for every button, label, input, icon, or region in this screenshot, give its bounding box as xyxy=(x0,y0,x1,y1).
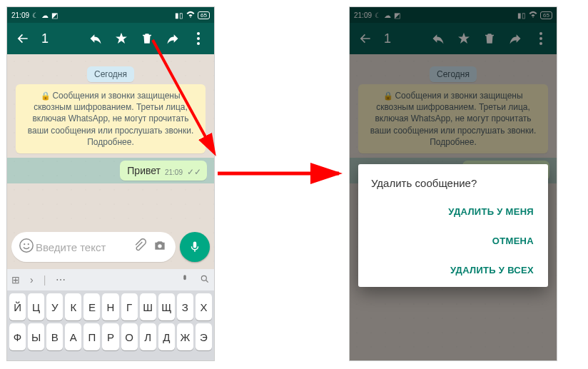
delete-button[interactable] xyxy=(134,23,160,54)
app-indicator-icon: ◩ xyxy=(51,11,58,19)
keyboard-chevron-icon[interactable]: › xyxy=(30,274,34,285)
dialog-title: Удалить сообщение? xyxy=(371,177,535,189)
keyboard-row-1: ЙЦУКЕНГШЩЗХ xyxy=(7,290,214,320)
phone-screen-left: 21:09 ☾ ☁ ◩ ▮▯ 65 1 xyxy=(6,6,215,361)
selection-count: 1 xyxy=(36,31,83,46)
encryption-banner[interactable]: 🔒Сообщения и звонки защищены сквозным ши… xyxy=(16,84,206,153)
phone-screen-right: 21:09 ☾ ☁ ◩ ▮▯ 65 1 Сегодня 🔒Сообщения и… xyxy=(349,6,557,361)
keyboard[interactable]: ⊞ › | ⋯ ЙЦУКЕНГШЩЗХ ФЫВАПРОЛДЖЭ xyxy=(7,269,214,360)
keyboard-key[interactable]: Э xyxy=(196,323,212,350)
keyboard-toolbar: ⊞ › | ⋯ xyxy=(7,269,214,290)
emoji-button[interactable] xyxy=(17,238,36,256)
signal-icon: ▮▯ xyxy=(175,11,183,19)
svg-point-1 xyxy=(197,37,200,40)
message-input-bar: Введите текст xyxy=(7,228,214,266)
keyboard-key[interactable]: Ф xyxy=(9,323,26,350)
wifi-icon xyxy=(186,11,195,19)
mic-button[interactable] xyxy=(180,232,210,262)
keyboard-key[interactable]: Л xyxy=(140,323,156,350)
svg-point-4 xyxy=(24,243,25,245)
star-button[interactable] xyxy=(108,23,134,54)
keyboard-key[interactable]: Й xyxy=(9,293,26,320)
reply-button[interactable] xyxy=(83,23,108,54)
attach-button[interactable] xyxy=(130,238,150,256)
arrow-between-screens xyxy=(214,163,350,184)
back-button[interactable] xyxy=(10,23,36,54)
battery-indicator: 65 xyxy=(198,11,210,19)
svg-point-2 xyxy=(197,42,200,45)
svg-point-7 xyxy=(201,276,206,280)
svg-point-0 xyxy=(197,32,200,35)
message-input[interactable]: Введите текст xyxy=(36,241,130,253)
keyboard-key[interactable]: Р xyxy=(102,323,118,350)
keyboard-search-icon[interactable] xyxy=(200,274,210,286)
status-time: 21:09 xyxy=(11,11,29,19)
cancel-button[interactable]: ОТМЕНА xyxy=(491,231,535,251)
forward-button[interactable] xyxy=(160,23,186,54)
keyboard-key[interactable]: Ж xyxy=(177,323,193,350)
svg-point-3 xyxy=(20,239,33,252)
delete-dialog: Удалить сообщение? УДАЛИТЬ У МЕНЯ ОТМЕНА… xyxy=(358,164,548,287)
svg-point-5 xyxy=(28,243,29,245)
lock-icon: 🔒 xyxy=(41,91,51,100)
delete-for-me-button[interactable]: УДАЛИТЬ У МЕНЯ xyxy=(447,202,535,221)
keyboard-key[interactable]: Щ xyxy=(158,293,175,320)
keyboard-key[interactable]: А xyxy=(65,323,81,350)
delivered-ticks-icon: ✓✓ xyxy=(187,168,201,176)
keyboard-key[interactable]: Д xyxy=(158,323,175,350)
chat-area[interactable]: Сегодня 🔒Сообщения и звонки защищены скв… xyxy=(7,54,214,360)
keyboard-mic-icon[interactable] xyxy=(180,274,190,286)
message-row-selected[interactable]: Привет 21:09 ✓✓ xyxy=(7,158,214,183)
status-bar: 21:09 ☾ ☁ ◩ ▮▯ 65 xyxy=(7,7,214,23)
keyboard-key[interactable]: Х xyxy=(196,293,212,320)
message-text: Привет xyxy=(127,165,161,176)
camera-button[interactable] xyxy=(150,238,170,256)
keyboard-key[interactable]: Г xyxy=(121,293,138,320)
message-time: 21:09 xyxy=(165,168,183,176)
keyboard-key[interactable]: Ы xyxy=(28,323,44,350)
keyboard-key[interactable]: О xyxy=(121,323,138,350)
moon-icon: ☾ xyxy=(32,11,39,19)
keyboard-key[interactable]: У xyxy=(46,293,63,320)
keyboard-key[interactable]: Е xyxy=(83,293,100,320)
more-button[interactable] xyxy=(186,23,211,54)
keyboard-row-2: ФЫВАПРОЛДЖЭ xyxy=(7,320,214,350)
keyboard-more-icon[interactable]: ⋯ xyxy=(56,274,66,285)
message-input-pill[interactable]: Введите текст xyxy=(11,232,176,262)
keyboard-key[interactable]: З xyxy=(177,293,193,320)
keyboard-key[interactable]: Ш xyxy=(140,293,156,320)
date-chip: Сегодня xyxy=(7,67,214,80)
delete-for-everyone-button[interactable]: УДАЛИТЬ У ВСЕХ xyxy=(449,261,535,280)
selection-toolbar: 1 xyxy=(7,23,214,54)
keyboard-key[interactable]: К xyxy=(65,293,81,320)
keyboard-key[interactable]: Ц xyxy=(28,293,44,320)
message-bubble[interactable]: Привет 21:09 ✓✓ xyxy=(120,161,207,181)
keyboard-key[interactable]: В xyxy=(46,323,63,350)
keyboard-key[interactable]: Н xyxy=(102,293,118,320)
cloud-icon: ☁ xyxy=(41,11,49,19)
svg-point-6 xyxy=(158,244,161,248)
keyboard-key[interactable]: П xyxy=(83,323,100,350)
keyboard-grid-icon[interactable]: ⊞ xyxy=(11,274,20,285)
